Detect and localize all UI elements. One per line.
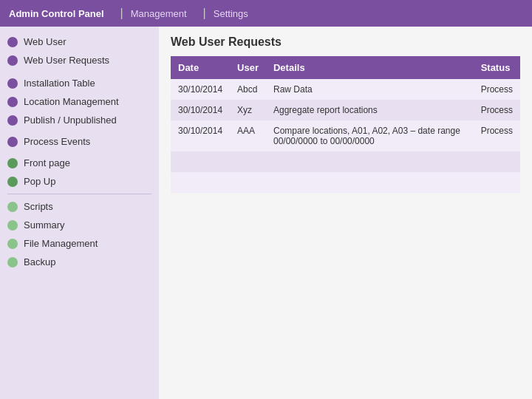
sidebar: Web User Web User Requests Installation … — [0, 27, 159, 399]
col-user: User — [230, 56, 266, 79]
sidebar-item-location-management[interactable]: Location Management — [0, 92, 159, 111]
table-row: 30/10/2014AAACompare locations, A01, A02… — [171, 120, 520, 151]
dot-icon — [7, 202, 18, 212]
sidebar-label: Web User Requests — [24, 55, 109, 66]
dot-icon — [7, 55, 18, 66]
sidebar-item-summary[interactable]: Summary — [0, 216, 159, 234]
cell-date: 30/10/2014 — [171, 100, 230, 120]
nav-management[interactable]: Management — [131, 8, 196, 19]
cell-user: AAA — [230, 120, 266, 151]
cell-status — [474, 151, 520, 172]
sidebar-label: Backup — [24, 256, 55, 267]
cell-user — [230, 172, 266, 193]
dot-icon — [7, 177, 18, 187]
sidebar-item-front-page[interactable]: Front page — [0, 154, 159, 172]
sidebar-item-backup[interactable]: Backup — [0, 253, 159, 271]
app-title: Admin Control Panel — [9, 8, 113, 19]
sidebar-item-web-user-requests[interactable]: Web User Requests — [0, 51, 159, 69]
sidebar-divider — [7, 194, 151, 194]
sidebar-item-process-events[interactable]: Process Events — [0, 132, 159, 151]
sidebar-label: File Management — [24, 238, 98, 249]
cell-details — [266, 151, 474, 172]
col-status: Status — [474, 56, 520, 79]
dot-icon — [7, 115, 18, 126]
cell-user — [230, 151, 266, 172]
layout: Web User Web User Requests Installation … — [0, 27, 532, 399]
sidebar-label: Location Management — [24, 96, 119, 107]
sidebar-item-publish-unpublished[interactable]: Publish / Unpublished — [0, 111, 159, 129]
dot-icon — [7, 158, 18, 168]
table-row — [171, 172, 520, 193]
sidebar-label: Summary — [24, 219, 65, 231]
table-row — [171, 151, 520, 172]
dot-icon — [7, 220, 18, 231]
col-date: Date — [171, 56, 230, 79]
table-row: 30/10/2014XyzAggregate report locationsP… — [171, 100, 520, 120]
table-header-row: Date User Details Status — [171, 56, 520, 79]
sidebar-label: Scripts — [24, 201, 53, 212]
divider2: | — [196, 7, 214, 20]
dot-icon — [7, 78, 18, 89]
cell-date — [171, 151, 230, 172]
sidebar-item-scripts[interactable]: Scripts — [0, 197, 159, 216]
sidebar-label: Front page — [24, 157, 70, 168]
divider1: | — [113, 7, 131, 20]
col-details: Details — [266, 56, 474, 79]
dot-icon — [7, 239, 18, 249]
sidebar-label: Publish / Unpublished — [24, 115, 117, 126]
sidebar-item-pop-up[interactable]: Pop Up — [0, 172, 159, 191]
sidebar-item-web-user[interactable]: Web User — [0, 33, 159, 51]
sidebar-item-file-management[interactable]: File Management — [0, 234, 159, 253]
cell-user: Xyz — [230, 100, 266, 120]
table-row: 30/10/2014AbcdRaw DataProcess — [171, 79, 520, 100]
nav-settings[interactable]: Settings — [214, 8, 257, 19]
sidebar-label: Pop Up — [24, 176, 55, 187]
sidebar-label: Installation Table — [24, 78, 95, 89]
page-title: Web User Requests — [171, 35, 520, 49]
dot-icon — [7, 257, 18, 267]
cell-date: 30/10/2014 — [171, 79, 230, 100]
dot-icon — [7, 37, 18, 47]
cell-details — [266, 172, 474, 193]
dot-icon — [7, 137, 18, 147]
cell-date: 30/10/2014 — [171, 120, 230, 151]
dot-icon — [7, 97, 18, 107]
header: Admin Control Panel | Management | Setti… — [0, 0, 532, 27]
cell-status: Process — [474, 79, 520, 100]
cell-status: Process — [474, 100, 520, 120]
cell-status — [474, 172, 520, 193]
sidebar-label: Process Events — [24, 136, 90, 147]
cell-details: Compare locations, A01, A02, A03 – date … — [266, 120, 474, 151]
cell-date — [171, 172, 230, 193]
sidebar-label: Web User — [24, 36, 66, 47]
cell-details: Raw Data — [266, 79, 474, 100]
main-content: Web User Requests Date User Details Stat… — [159, 27, 532, 399]
requests-table: Date User Details Status 30/10/2014AbcdR… — [171, 56, 520, 193]
cell-user: Abcd — [230, 79, 266, 100]
cell-details: Aggregate report locations — [266, 100, 474, 120]
cell-status: Process — [474, 120, 520, 151]
sidebar-item-installation-table[interactable]: Installation Table — [0, 74, 159, 92]
